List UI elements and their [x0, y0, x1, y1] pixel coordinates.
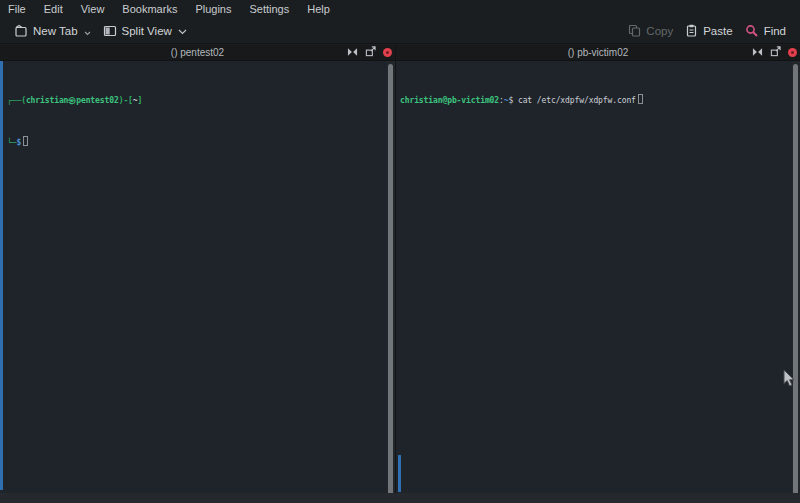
copy-button[interactable]: Copy	[622, 21, 679, 40]
menu-help[interactable]: Help	[307, 3, 330, 15]
new-tab-chevron-icon	[84, 31, 91, 36]
scrollbar-thumb-right-pane[interactable]	[793, 64, 798, 499]
split-view-container: () pentest02 ┌──(christian㉿pentest02)-[~…	[0, 45, 800, 493]
scrollbar-track-right-pane[interactable]	[792, 61, 800, 493]
new-tab-icon	[14, 24, 28, 38]
close-view-icon[interactable]	[788, 48, 797, 57]
find-label: Find	[764, 25, 786, 37]
terminal-line: christian@pb-victim02:~$ cat /etc/xdpfw/…	[400, 94, 792, 108]
scrollbar-thumb-left-pane[interactable]	[388, 64, 393, 499]
menu-plugins[interactable]: Plugins	[195, 3, 231, 15]
maximize-view-icon[interactable]	[752, 47, 763, 59]
detach-view-icon[interactable]	[770, 46, 781, 59]
split-view-chevron-icon	[178, 29, 187, 35]
detach-view-icon[interactable]	[365, 46, 376, 59]
menu-view[interactable]: View	[81, 3, 105, 15]
scrollbar-track-left-pane[interactable]	[387, 61, 395, 493]
pane-header-pb-victim02[interactable]: () pb-victim02	[396, 45, 800, 61]
mouse-pointer-icon	[783, 370, 795, 392]
menu-file[interactable]: File	[8, 3, 26, 15]
terminal-cursor	[23, 136, 28, 146]
menu-settings[interactable]: Settings	[249, 3, 289, 15]
find-icon	[745, 24, 759, 38]
pane-title-pb-victim02: () pb-victim02	[396, 47, 800, 58]
find-button[interactable]: Find	[739, 21, 792, 41]
window-bottom-edge	[0, 493, 800, 503]
split-view-button[interactable]: Split View	[97, 21, 193, 41]
terminal-pane-pentest02: () pentest02 ┌──(christian㉿pentest02)-[~…	[0, 45, 396, 493]
copy-label: Copy	[646, 25, 673, 37]
terminal-pane-pb-victim02: () pb-victim02 christian@pb-victim02:~$ …	[396, 45, 800, 493]
scroll-indicator-left-pane[interactable]	[0, 61, 3, 490]
copy-icon	[628, 24, 641, 37]
paste-button[interactable]: Paste	[679, 21, 738, 40]
terminal-cursor	[638, 94, 643, 104]
close-view-icon[interactable]	[383, 48, 392, 57]
new-tab-button[interactable]: New Tab	[8, 21, 97, 41]
terminal-line: └─$	[7, 136, 387, 150]
split-view-icon	[103, 24, 117, 38]
paste-icon	[685, 24, 698, 37]
pane-header-pentest02[interactable]: () pentest02	[0, 45, 395, 61]
new-tab-label: New Tab	[33, 25, 78, 37]
terminal-pb-victim02[interactable]: christian@pb-victim02:~$ cat /etc/xdpfw/…	[396, 61, 792, 493]
toolbar: New Tab Split View Copy Paste	[0, 18, 800, 44]
menu-edit[interactable]: Edit	[44, 3, 63, 15]
terminal-line: ┌──(christian㉿pentest02)-[~]	[7, 94, 387, 108]
maximize-view-icon[interactable]	[347, 47, 358, 59]
terminal-pentest02[interactable]: ┌──(christian㉿pentest02)-[~] └─$	[0, 61, 387, 493]
menubar: File Edit View Bookmarks Plugins Setting…	[0, 0, 800, 18]
konsole-window: File Edit View Bookmarks Plugins Setting…	[0, 0, 800, 503]
paste-label: Paste	[703, 25, 732, 37]
split-view-label: Split View	[122, 25, 172, 37]
pane-title-pentest02: () pentest02	[0, 47, 395, 58]
menu-bookmarks[interactable]: Bookmarks	[122, 3, 177, 15]
scroll-indicator-right-pane[interactable]	[398, 455, 401, 492]
